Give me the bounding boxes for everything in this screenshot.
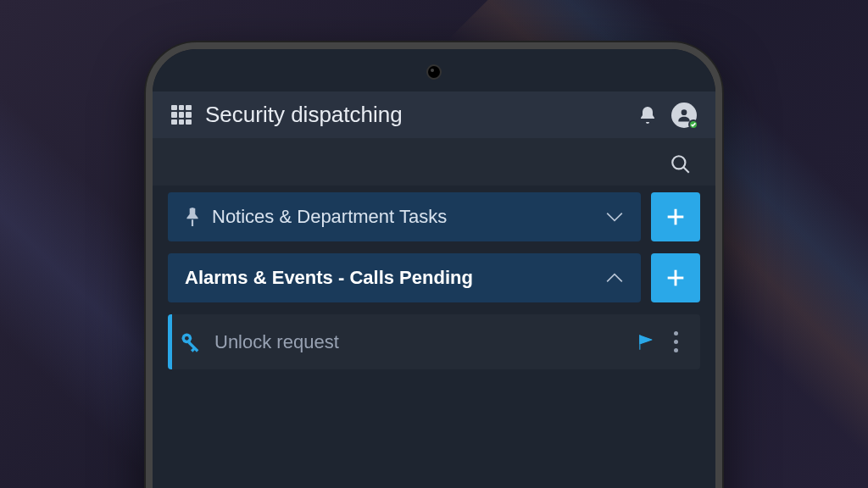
pin-icon [185,208,200,226]
more-options-icon[interactable] [667,328,685,356]
notifications-icon[interactable] [637,105,658,125]
section-header-notices[interactable]: Notices & Department Tasks [168,192,641,241]
svg-point-8 [185,336,189,341]
content-area: Notices & Department Tasks A [153,186,715,376]
search-icon[interactable] [670,153,692,175]
section-row: Notices & Department Tasks [168,192,700,241]
phone-camera [426,64,442,80]
apps-menu-icon[interactable] [171,105,192,125]
item-label: Unlock request [214,331,625,353]
page-title: Security dispatching [205,102,624,128]
section-label: Alarms & Events - Calls Pending [185,267,593,289]
flag-icon[interactable] [637,333,655,352]
search-bar [153,138,715,186]
phone-frame: Security dispatching [146,42,722,488]
user-avatar[interactable] [671,103,697,128]
app-screen: Security dispatching [153,49,715,488]
section-header-alarms[interactable]: Alarms & Events - Calls Pending [168,253,641,302]
chevron-down-icon [605,211,624,223]
app-header: Security dispatching [153,92,715,138]
section-row: Alarms & Events - Calls Pending [168,253,700,302]
key-icon [179,330,203,354]
add-notice-button[interactable] [651,192,700,241]
add-alarm-button[interactable] [651,253,700,302]
section-label: Notices & Department Tasks [212,206,593,228]
chevron-up-icon [605,272,624,284]
status-online-badge [688,119,698,130]
svg-point-1 [672,156,685,169]
svg-line-2 [683,167,689,173]
svg-point-0 [682,109,687,115]
list-item-unlock-request[interactable]: Unlock request [168,314,700,369]
